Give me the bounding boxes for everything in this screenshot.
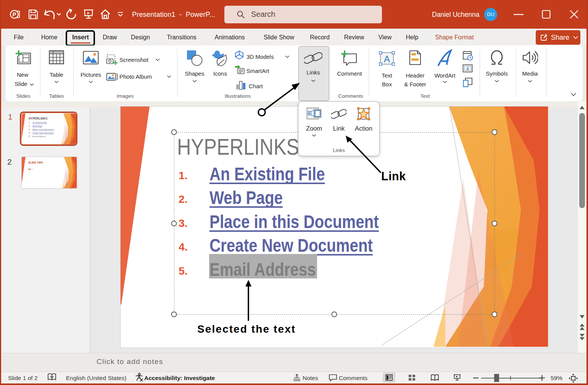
- svg-text:An Existing File: An Existing File: [32, 121, 47, 124]
- svg-text:Web Page: Web Page: [32, 125, 42, 127]
- svg-text:3.: 3.: [29, 128, 31, 131]
- svg-text:4.: 4.: [29, 132, 31, 134]
- svg-text:Place in this Document: Place in this Document: [32, 128, 54, 131]
- svg-text:Create New Document: Create New Document: [32, 132, 54, 134]
- svg-text:2.: 2.: [29, 125, 31, 127]
- svg-text:#: #: [466, 66, 469, 71]
- svg-text:5.: 5.: [29, 135, 31, 138]
- svg-text:1.: 1.: [29, 121, 31, 124]
- svg-text:P: P: [13, 11, 16, 18]
- svg-text:Email Address: Email Address: [32, 135, 46, 138]
- svg-text:A: A: [384, 54, 390, 64]
